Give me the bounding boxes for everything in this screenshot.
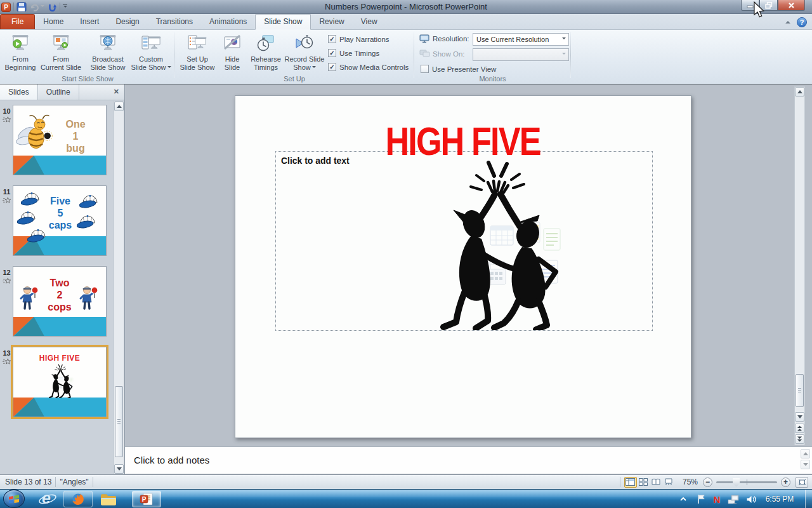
- tab-animations[interactable]: Animations: [201, 15, 255, 29]
- from-beginning-button[interactable]: From Beginning: [3, 31, 38, 73]
- set-up-slide-show-button[interactable]: Set Up Slide Show: [178, 31, 216, 73]
- cap-clipart: [17, 210, 40, 225]
- scroll-up-button[interactable]: [801, 449, 810, 458]
- close-panel-icon[interactable]: ✕: [108, 84, 124, 100]
- tray-n-icon[interactable]: N: [710, 490, 723, 508]
- slide-12-thumbnail[interactable]: Two 2 cops: [13, 266, 107, 337]
- svg-text:P: P: [142, 496, 147, 503]
- taskbar-clock[interactable]: 6:55 PM: [761, 490, 798, 508]
- tab-view[interactable]: View: [353, 15, 386, 29]
- rehearse-timings-button[interactable]: Rehearse Timings: [249, 31, 282, 73]
- group-separator: [414, 32, 414, 78]
- notes-pane[interactable]: Click to add notes: [125, 446, 812, 474]
- tab-slides[interactable]: Slides: [0, 84, 38, 100]
- from-current-slide-button[interactable]: From Current Slide: [38, 31, 84, 73]
- checkbox[interactable]: ✓: [328, 63, 336, 71]
- zoom-in-button[interactable]: +: [781, 478, 790, 487]
- use-presenter-view-checkbox[interactable]: ✓ Use Presenter View: [421, 65, 496, 73]
- tray-network-icon[interactable]: [726, 490, 741, 508]
- play-narrations-checkbox[interactable]: ✓ Play Narrations: [328, 35, 390, 43]
- scrollbar-thumb[interactable]: [796, 374, 804, 407]
- tab-home[interactable]: Home: [35, 15, 72, 29]
- tab-slide-show[interactable]: Slide Show: [255, 14, 311, 30]
- slide-show-view-button[interactable]: [662, 477, 675, 488]
- normal-view-button[interactable]: [624, 477, 637, 488]
- taskbar-internet-explorer-icon[interactable]: e: [37, 491, 58, 507]
- tray-show-hidden-icons[interactable]: [678, 490, 689, 508]
- tray-action-center-icon[interactable]: [695, 490, 707, 508]
- notes-scrollbar: [801, 449, 810, 469]
- tab-design[interactable]: Design: [107, 15, 147, 29]
- use-timings-checkbox[interactable]: ✓ Use Timings: [328, 49, 379, 57]
- next-slide-button[interactable]: [795, 434, 804, 444]
- n-letter: N: [714, 494, 721, 505]
- zoom-slider[interactable]: [716, 481, 777, 483]
- tab-outline[interactable]: Outline: [38, 84, 79, 100]
- tab-insert[interactable]: Insert: [72, 15, 107, 29]
- title-bar: P Numbers Powerpoint - Microsoft PowerPo…: [0, 0, 812, 14]
- theme-name: "Angles": [60, 478, 88, 486]
- combo-dropdown-icon: [560, 49, 568, 60]
- ribbon-tab-row: File Home Insert Design Transitions Anim…: [0, 14, 812, 30]
- tab-review[interactable]: Review: [311, 15, 352, 29]
- slide-counter: Slide 13 of 13: [5, 478, 51, 486]
- checkbox[interactable]: ✓: [421, 65, 429, 73]
- firefox-icon: [70, 491, 86, 507]
- previous-slide-button[interactable]: [795, 424, 804, 433]
- slide-title[interactable]: HIGH FIVE: [235, 117, 691, 158]
- hide-slide-button[interactable]: Hide Slide: [218, 31, 247, 73]
- tab-file[interactable]: File: [0, 14, 35, 29]
- scroll-down-button[interactable]: [114, 464, 124, 474]
- zoom-level[interactable]: 75%: [683, 478, 698, 486]
- close-button[interactable]: [778, 0, 805, 11]
- scroll-up-button[interactable]: [114, 102, 124, 111]
- slide-canvas[interactable]: Click to add text HIGH FIVE: [235, 95, 691, 438]
- reading-view-button[interactable]: [650, 477, 662, 488]
- checkbox[interactable]: ✓: [328, 49, 336, 57]
- checkbox[interactable]: ✓: [328, 35, 336, 43]
- high-five-clipart[interactable]: [402, 158, 592, 331]
- set-up-slide-show-icon: [187, 33, 208, 53]
- bee-clipart: [16, 113, 53, 155]
- show-desktop-button[interactable]: [805, 490, 812, 508]
- scrollbar-thumb[interactable]: [115, 386, 123, 457]
- slide-13-thumbnail[interactable]: HIGH FIVE: [13, 347, 107, 417]
- taskbar-firefox-button[interactable]: [63, 491, 93, 507]
- broadcast-slide-show-button[interactable]: Broadcast Slide Show: [88, 31, 128, 73]
- taskbar: e P: [0, 489, 812, 508]
- slide-10-thumbnail[interactable]: One 1 bug: [13, 105, 107, 175]
- zoom-out-button[interactable]: −: [703, 478, 712, 487]
- tray-volume-icon[interactable]: [743, 490, 759, 508]
- editor-scrollbar[interactable]: [794, 86, 805, 445]
- scroll-down-button[interactable]: [795, 412, 804, 422]
- slide-sorter-view-button[interactable]: [637, 477, 650, 488]
- taskbar-explorer-icon[interactable]: [98, 491, 119, 507]
- resolution-combobox[interactable]: Use Current Resolution: [473, 33, 569, 46]
- powerpoint-icon: P: [140, 492, 154, 506]
- record-slide-show-button[interactable]: Record Slide Show: [284, 31, 325, 73]
- slides-panel-scrollbar[interactable]: [114, 101, 124, 474]
- slide-11-thumbnail[interactable]: Five 5 caps: [13, 185, 107, 256]
- taskbar-powerpoint-button[interactable]: P: [132, 491, 161, 507]
- show-on-row: Show On:: [419, 49, 465, 59]
- custom-slide-show-button[interactable]: Custom Slide Show: [129, 31, 173, 73]
- high-five-clipart: [41, 364, 79, 398]
- tab-transitions[interactable]: Transitions: [148, 15, 201, 29]
- animation-star-icon: [3, 197, 11, 204]
- broadcast-icon: [97, 33, 119, 53]
- scroll-down-button[interactable]: [801, 460, 810, 469]
- resolution-row: Resolution:: [419, 34, 469, 44]
- help-button[interactable]: ?: [797, 17, 807, 27]
- theme-band-graphic: [13, 398, 106, 417]
- slide-thumbnail-row: 12 Two 2 cops: [0, 266, 113, 337]
- slides-panel: Slides Outline ✕ 10 One 1 bug: [0, 84, 125, 474]
- scroll-up-button[interactable]: [795, 87, 804, 97]
- cap-clipart: [21, 191, 44, 206]
- show-media-controls-checkbox[interactable]: ✓ Show Media Controls: [328, 63, 409, 71]
- start-button[interactable]: [3, 490, 25, 508]
- zoom-slider-thumb[interactable]: [733, 478, 740, 487]
- minimize-ribbon-icon[interactable]: [785, 18, 790, 23]
- show-on-icon: [419, 49, 430, 59]
- fit-to-window-button[interactable]: [796, 477, 808, 488]
- combo-dropdown-icon[interactable]: [560, 34, 568, 45]
